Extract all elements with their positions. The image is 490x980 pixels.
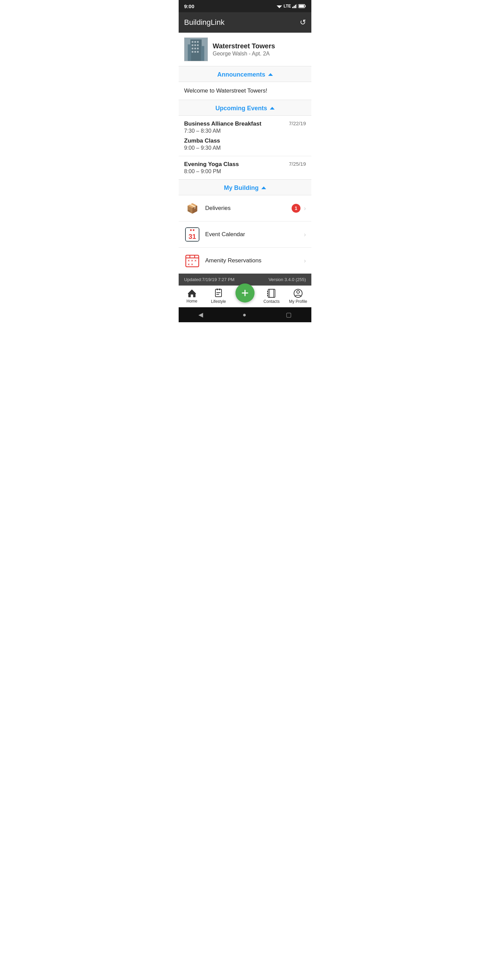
svg-rect-12 <box>201 46 205 61</box>
mybuilding-toggle[interactable]: My Building <box>224 185 266 192</box>
event-date-3: 7/25/19 <box>289 161 306 167</box>
event-calendar-item[interactable]: ■ ■ 31 Event Calendar › <box>179 221 311 248</box>
svg-text:✕: ✕ <box>191 263 193 266</box>
event-name-3: Evening Yoga Class <box>184 161 306 168</box>
svg-rect-21 <box>197 48 199 49</box>
mybuilding-section-header[interactable]: My Building <box>179 180 311 195</box>
profile-icon <box>293 288 303 298</box>
event-calendar-chevron-icon: › <box>304 231 306 238</box>
announcement-text: Welcome to Waterstreet Towers! <box>184 88 267 94</box>
event-time-2: 9:00 – 9:30 AM <box>184 145 306 151</box>
mybuilding-label: My Building <box>224 185 259 192</box>
events-chevron-icon <box>270 107 275 110</box>
svg-rect-14 <box>194 41 196 43</box>
svg-rect-24 <box>197 51 199 53</box>
svg-rect-15 <box>197 41 199 43</box>
lte-label: LTE <box>283 4 291 8</box>
back-button[interactable]: ◀ <box>198 311 203 318</box>
nav-myprofile[interactable]: My Profile <box>285 288 311 304</box>
event-calendar-label: Event Calendar <box>205 231 304 238</box>
bottom-nav: Home Lifestyle Contacts <box>179 285 311 307</box>
svg-rect-3 <box>294 6 295 8</box>
event-group-2: 7/25/19 Evening Yoga Class 8:00 – 9:00 P… <box>179 156 311 179</box>
svg-text:✕: ✕ <box>188 263 190 266</box>
svg-rect-43 <box>269 289 274 298</box>
amenity-item[interactable]: ✕ ✕ ✕ ✕ ✕ Amenity Reservations › <box>179 248 311 274</box>
event-calendar-icon: ■ ■ 31 <box>184 226 200 243</box>
announcements-section-header[interactable]: Announcements <box>179 66 311 82</box>
nav-lifestyle-label: Lifestyle <box>211 299 226 304</box>
amenity-icon: ✕ ✕ ✕ ✕ ✕ <box>184 253 200 269</box>
announcement-content: Welcome to Waterstreet Towers! <box>179 82 311 100</box>
svg-rect-13 <box>192 41 193 43</box>
svg-rect-17 <box>194 44 196 46</box>
svg-rect-42 <box>268 289 275 298</box>
building-text: Waterstreet Towers George Walsh - Apt. 2… <box>213 42 275 57</box>
deliveries-icon: 📦 <box>184 200 200 216</box>
svg-rect-45 <box>267 293 269 294</box>
events-container: 7/22/19 Business Alliance Breakfast 7:30… <box>179 116 311 180</box>
deliveries-badge: 1 <box>292 204 301 213</box>
app-title: BuildingLink <box>184 18 224 27</box>
nav-myprofile-label: My Profile <box>289 299 307 304</box>
event-time-3: 8:00 – 9:00 PM <box>184 169 306 175</box>
signal-icon <box>292 4 297 8</box>
nav-home[interactable]: Home <box>179 289 205 304</box>
recents-button[interactable]: ▢ <box>286 311 292 318</box>
event-time-1: 7:30 – 8:30 AM <box>184 128 306 134</box>
deliveries-item[interactable]: 📦 Deliveries 1 › <box>179 195 311 221</box>
announcements-toggle[interactable]: Announcements <box>217 71 272 78</box>
svg-rect-4 <box>295 5 296 8</box>
svg-rect-16 <box>192 44 193 46</box>
events-label: Upcoming Events <box>215 105 267 112</box>
nav-lifestyle[interactable]: Lifestyle <box>205 288 232 304</box>
svg-rect-18 <box>197 44 199 46</box>
event-date-1: 7/22/19 <box>289 121 306 126</box>
refresh-icon[interactable]: ↺ <box>300 18 306 27</box>
nav-add[interactable] <box>232 290 258 302</box>
status-time: 9:00 <box>184 3 194 9</box>
svg-rect-23 <box>194 51 196 53</box>
nav-contacts-label: Contacts <box>263 299 279 304</box>
announcements-label: Announcements <box>217 71 265 78</box>
svg-point-48 <box>297 291 299 293</box>
mybuilding-chevron-icon <box>261 186 266 189</box>
events-section-header[interactable]: Upcoming Events <box>179 100 311 116</box>
home-button[interactable]: ● <box>243 311 247 318</box>
version-text: Version 3.4.0 (255) <box>269 277 306 282</box>
svg-marker-34 <box>188 290 196 297</box>
svg-rect-46 <box>267 295 269 296</box>
my-building-container: 📦 Deliveries 1 › ■ ■ 31 Event Calendar ›… <box>179 195 311 274</box>
battery-icon <box>298 4 306 8</box>
add-icon <box>241 289 249 297</box>
svg-rect-8 <box>299 5 304 8</box>
svg-rect-2 <box>292 7 293 8</box>
announcements-chevron-icon <box>268 73 273 76</box>
nav-contacts[interactable]: Contacts <box>258 288 285 304</box>
svg-text:✕: ✕ <box>191 259 193 262</box>
events-toggle[interactable]: Upcoming Events <box>215 105 275 112</box>
status-icons: LTE <box>277 4 306 8</box>
home-icon <box>187 289 197 298</box>
add-button[interactable] <box>235 283 255 302</box>
nav-home-label: Home <box>186 299 197 304</box>
amenity-chevron-icon: › <box>304 257 306 264</box>
amenity-label: Amenity Reservations <box>205 257 304 264</box>
status-bar: 9:00 LTE <box>179 0 311 12</box>
svg-rect-19 <box>192 48 193 49</box>
building-info: Waterstreet Towers George Walsh - Apt. 2… <box>179 33 311 66</box>
svg-rect-5 <box>296 4 297 8</box>
svg-rect-36 <box>217 288 218 290</box>
event-group-1: 7/22/19 Business Alliance Breakfast 7:30… <box>179 116 311 156</box>
contacts-icon <box>267 288 276 298</box>
svg-text:✕: ✕ <box>194 259 197 262</box>
event-name-1: Business Alliance Breakfast <box>184 121 306 127</box>
updated-text: Updated:7/19/19 7:27 PM <box>184 277 234 282</box>
app-header: BuildingLink ↺ <box>179 12 311 33</box>
svg-rect-22 <box>192 51 193 53</box>
svg-rect-37 <box>219 288 220 290</box>
svg-rect-20 <box>194 48 196 49</box>
svg-rect-11 <box>188 44 191 61</box>
lifestyle-icon <box>214 288 223 298</box>
deliveries-chevron-icon: › <box>304 205 306 212</box>
